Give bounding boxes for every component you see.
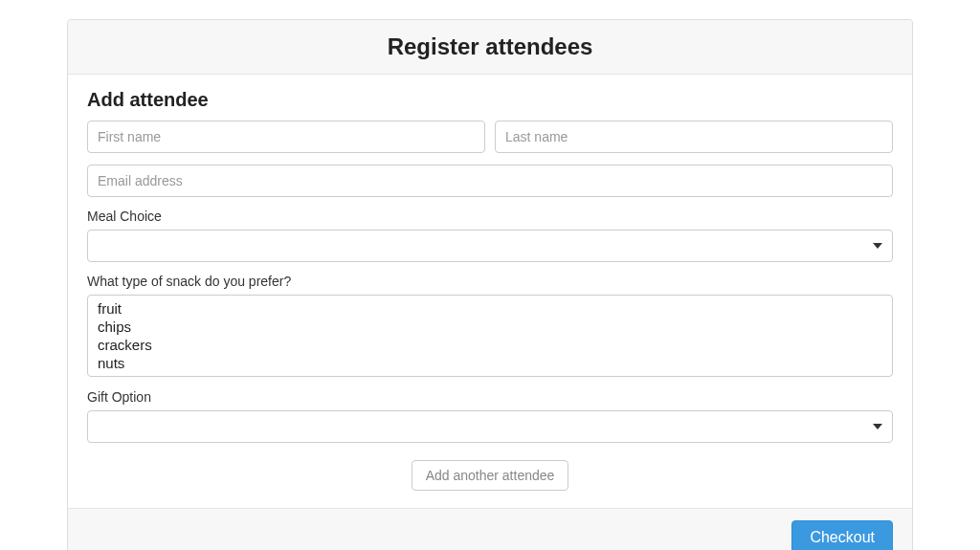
panel-footer: Checkout <box>68 508 912 550</box>
panel-body: Add attendee Meal Choice What type of sn… <box>68 75 912 508</box>
panel-header: Register attendees <box>68 20 912 75</box>
snack-option[interactable]: chips <box>94 318 886 336</box>
register-panel: Register attendees Add attendee Meal Cho… <box>67 19 913 550</box>
last-name-input[interactable] <box>495 121 893 153</box>
page-title: Register attendees <box>87 33 893 60</box>
name-row <box>87 121 893 153</box>
email-input[interactable] <box>87 165 893 197</box>
snack-select[interactable]: fruitchipscrackersnuts <box>87 295 893 377</box>
checkout-button[interactable]: Checkout <box>791 520 893 550</box>
snack-option[interactable]: nuts <box>94 354 886 372</box>
gift-select[interactable] <box>87 410 893 443</box>
snack-label: What type of snack do you prefer? <box>87 274 893 289</box>
meal-select[interactable] <box>87 230 893 262</box>
section-title: Add attendee <box>87 89 893 111</box>
snack-option[interactable]: crackers <box>94 336 886 354</box>
snack-option[interactable]: fruit <box>94 299 886 318</box>
gift-label: Gift Option <box>87 389 893 405</box>
add-another-button[interactable]: Add another attendee <box>412 460 569 491</box>
meal-label: Meal Choice <box>87 209 893 224</box>
first-name-input[interactable] <box>87 121 485 153</box>
